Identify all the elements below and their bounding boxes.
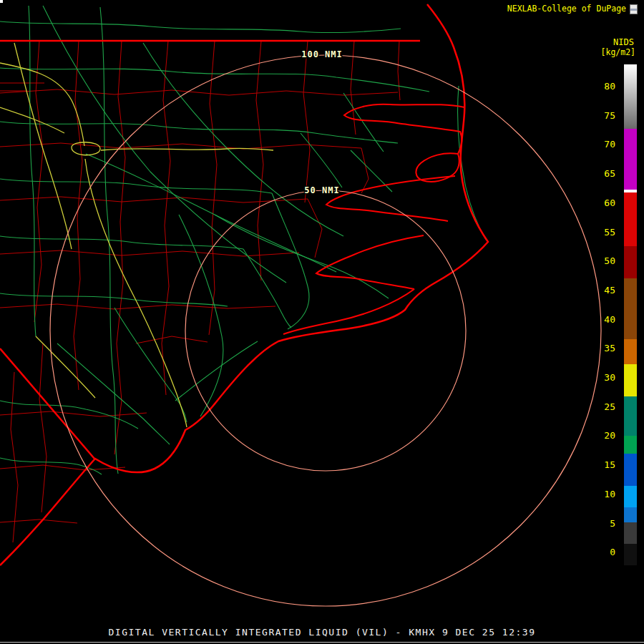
county-line (308, 199, 322, 258)
range-ring-50nmi (185, 190, 466, 471)
range-ring-label-50: 50 NMI (304, 185, 339, 195)
county-line (256, 41, 263, 280)
county-line (162, 41, 170, 395)
brand: NEXLAB-College of DuPage (507, 4, 638, 14)
county-line (0, 465, 125, 470)
colorbar-segment (624, 64, 637, 129)
road-line (243, 249, 291, 328)
county-line (136, 336, 208, 343)
road-line (57, 343, 170, 444)
colorbar-label: 20 (590, 431, 615, 441)
road-line (175, 341, 258, 401)
road-line (457, 86, 486, 240)
county-line (0, 143, 361, 149)
road-line (0, 401, 138, 429)
shoreline (316, 235, 424, 289)
colorbar-label: 60 (590, 198, 615, 208)
county-line (398, 41, 400, 100)
county-line (0, 250, 299, 256)
colorbar-segment (624, 396, 637, 436)
road-line (343, 93, 384, 152)
bottom-border-line (0, 642, 644, 643)
road-line (0, 122, 398, 143)
highway-line (0, 63, 84, 146)
colorbar-label: 55 (590, 228, 615, 238)
colorbar-segment (624, 278, 637, 339)
colorbar (624, 64, 637, 565)
county-line (351, 41, 356, 135)
colorbar-segment (624, 129, 637, 190)
colorbar-label: 75 (590, 111, 615, 121)
colorbar-segment (624, 486, 637, 507)
colorbar-label: 5 (590, 519, 615, 529)
highway-line (101, 148, 273, 150)
brand-text: NEXLAB-College of DuPage (507, 4, 626, 14)
colorbar-label: 65 (590, 169, 615, 179)
colorbar-segment (624, 436, 637, 454)
county-line (0, 519, 77, 523)
corner-mark (0, 0, 3, 3)
county-line (0, 411, 147, 416)
county-boundaries-layer (0, 41, 400, 542)
road-line (0, 68, 429, 92)
range-ring-100nmi (50, 55, 601, 606)
colorbar-label: 80 (590, 82, 615, 92)
colorbar-label: 25 (590, 402, 615, 412)
radar-map: 100 NMI 50 NMI (0, 0, 644, 644)
shoreline (344, 104, 464, 154)
colorbar-segment (624, 522, 637, 544)
legend-units: [kg/m2] (601, 47, 635, 57)
county-line (114, 41, 125, 454)
colorbar-segment (624, 246, 637, 278)
county-line (303, 41, 310, 203)
colorbar-label: 40 (590, 315, 615, 325)
colorbar-label: 35 (590, 343, 615, 353)
county-line (0, 197, 308, 203)
colorbar-segment (624, 364, 637, 396)
road-line (179, 215, 223, 416)
county-line (39, 343, 47, 512)
roads-layer (0, 6, 486, 474)
road-line (0, 179, 272, 193)
colorbar-label: 0 (590, 547, 615, 557)
colorbar-label: 45 (590, 286, 615, 296)
road-line (43, 6, 286, 283)
road-line (272, 193, 309, 329)
county-line (361, 148, 369, 193)
colorbar-segment (624, 507, 637, 522)
colorbar-segment (624, 192, 637, 246)
county-line (11, 372, 18, 542)
county-line (0, 89, 398, 95)
range-rings-layer (50, 55, 601, 606)
highway-line (36, 336, 95, 398)
colorbar-label: 50 (590, 256, 615, 266)
road-line (114, 308, 187, 422)
colorbar-label: 15 (590, 460, 615, 470)
colorbar-segment (624, 544, 637, 565)
colorbar-label: 70 (590, 140, 615, 150)
colorbar-label: 10 (590, 489, 615, 499)
legend-title: NIDS (613, 37, 634, 47)
cod-logo-icon (630, 4, 638, 14)
shoreline (283, 289, 414, 334)
range-ring-label-100: 100 NMI (301, 49, 343, 59)
highway-line (85, 159, 187, 427)
road-line (0, 21, 401, 33)
radar-viewer: 100 NMI 50 NMI NEXLAB-College of DuPage … (0, 0, 644, 644)
highway-line (14, 43, 72, 249)
road-line (86, 154, 336, 272)
road-line (29, 6, 36, 336)
colorbar-label: 30 (590, 373, 615, 383)
product-caption: DIGITAL VERTICALLY INTEGRATED LIQUID (VI… (0, 627, 644, 638)
shoreline (326, 176, 455, 221)
colorbar-segment (624, 454, 637, 486)
colorbar-segment (624, 339, 637, 364)
